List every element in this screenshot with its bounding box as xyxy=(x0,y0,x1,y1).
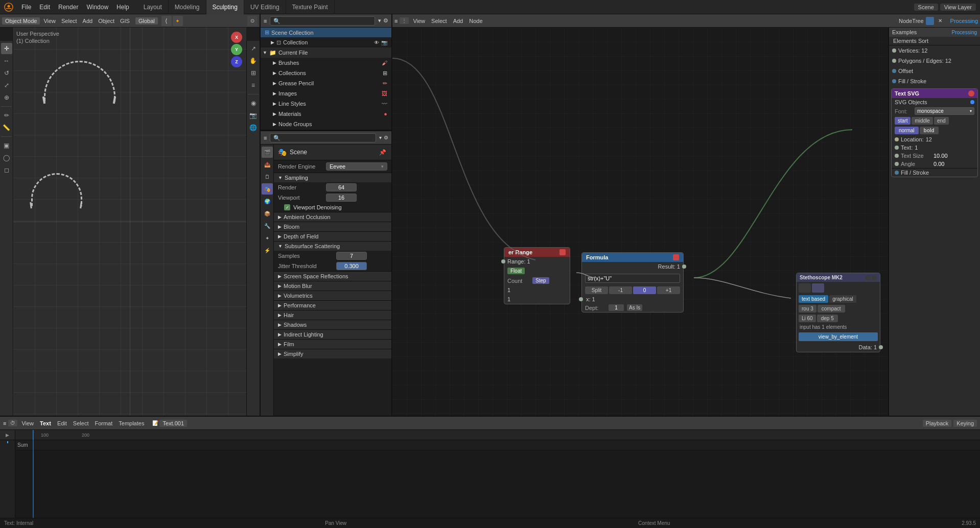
snap-icon[interactable]: ⟨ xyxy=(161,16,172,26)
stet-graphical-tab[interactable]: graphical xyxy=(829,295,856,303)
menu-render[interactable]: Render xyxy=(54,0,82,14)
nodegroups-item[interactable]: ▶ Node Groups xyxy=(261,119,391,129)
scale-icon[interactable]: ⤢ xyxy=(1,80,12,91)
tl-track-area[interactable]: 100 200 Sum xyxy=(15,430,980,518)
viewport-value[interactable]: 16 xyxy=(326,194,357,202)
eye-icon[interactable]: 👁 xyxy=(374,40,379,45)
render-tab[interactable]: 🎬 xyxy=(262,147,273,158)
stet-graph-icon-tab[interactable] xyxy=(812,283,824,293)
film-header[interactable]: ▶ Film xyxy=(274,339,391,349)
tl-menu-btn[interactable]: ≡ xyxy=(3,420,6,426)
playback-btn[interactable]: Playback xyxy=(923,420,952,427)
viewport-canvas[interactable]: User Perspective (1) Collection X Y xyxy=(13,28,246,416)
dof-header[interactable]: ▶ Depth of Field xyxy=(274,231,391,241)
edit-icon[interactable]: ◻ xyxy=(1,164,12,176)
stet-textbased-tab[interactable]: text based xyxy=(799,295,828,303)
materials-item[interactable]: ▶ Materials ● xyxy=(261,109,391,119)
transform-icon[interactable]: ⊕ xyxy=(1,92,12,103)
formula-depth-val[interactable]: 1 xyxy=(609,304,624,311)
output-tab[interactable]: 📤 xyxy=(262,159,273,170)
stet-action-btn[interactable]: view_by_element xyxy=(799,332,878,341)
align-end-btn[interactable]: end xyxy=(934,117,949,125)
settings-icon[interactable]: ⚙ xyxy=(383,17,388,24)
stet-li-btn[interactable]: Li 60 xyxy=(799,315,816,322)
simplify-header[interactable]: ▶ Simplify xyxy=(274,349,391,358)
node-view-btn[interactable]: View xyxy=(411,17,427,25)
samples-value[interactable]: 7 xyxy=(336,252,367,260)
brushes-item[interactable]: ▶ Brushes 🖌 xyxy=(261,58,391,68)
grab-icon[interactable]: ✋ xyxy=(248,55,259,66)
measure-icon[interactable]: 📏 xyxy=(1,122,12,133)
bold-btn[interactable]: bold xyxy=(920,127,939,134)
pin-icon[interactable]: 📌 xyxy=(378,148,387,157)
world-tab[interactable]: 🌍 xyxy=(262,196,273,207)
scene-collection-item[interactable]: ⊞ Scene Collection xyxy=(261,28,391,37)
node-canvas[interactable]: er Range Range: 1 Float Count Step xyxy=(392,28,888,416)
perf-header[interactable]: ▶ Performance xyxy=(274,300,391,310)
add-btn[interactable]: Add xyxy=(81,17,95,25)
props-settings-icon[interactable]: ⚙ xyxy=(384,135,388,140)
tl-view-btn[interactable]: View xyxy=(19,420,36,427)
denoising-checkbox[interactable]: ✓ xyxy=(284,204,290,210)
linestyles-item[interactable]: ▶ Line Styles 〰 xyxy=(261,99,391,109)
render-icon[interactable]: ◉ xyxy=(248,98,259,109)
images-item[interactable]: ▶ Images 🖼 xyxy=(261,88,391,99)
move-icon[interactable]: ↔ xyxy=(1,55,12,66)
overlay-icon[interactable]: ⊙ xyxy=(247,16,258,26)
sidebar-icon[interactable]: ↗ xyxy=(248,43,259,54)
render-value[interactable]: 64 xyxy=(326,183,357,191)
cad-icon[interactable]: ▣ xyxy=(1,140,12,151)
collection-item[interactable]: ▶ ⊡ Collection 👁 📷 xyxy=(261,37,391,47)
text-obj-icon[interactable]: 📝 xyxy=(152,420,158,426)
global-mode-btn[interactable]: Global xyxy=(135,17,158,25)
node-header-icon[interactable]: ✕ xyxy=(936,17,944,24)
stet-rou-btn[interactable]: rou 3 xyxy=(799,305,816,313)
rotate-icon[interactable]: ↺ xyxy=(1,67,12,79)
node-add-btn[interactable]: Add xyxy=(451,17,465,25)
tl-format-btn[interactable]: Format xyxy=(92,420,114,427)
formula-input-field[interactable]: str(x)+"U" xyxy=(585,274,680,283)
render-engine-dropdown[interactable]: Eevee ▾ xyxy=(326,162,387,171)
scene-icon[interactable]: 🌐 xyxy=(248,122,259,133)
pin-btn[interactable] xyxy=(926,17,934,25)
annotate-icon[interactable]: ✏ xyxy=(1,110,12,121)
tl-select-btn[interactable]: Select xyxy=(71,420,91,427)
object-icon[interactable]: ◯ xyxy=(1,152,12,163)
text-obj-selector[interactable]: Text.001 xyxy=(159,420,187,427)
props-search[interactable] xyxy=(270,133,376,142)
tl-templates-btn[interactable]: Templates xyxy=(116,420,146,427)
camera-icon2[interactable]: 📷 xyxy=(381,40,387,45)
tab-modeling[interactable]: Modeling xyxy=(169,0,206,14)
current-file-header[interactable]: ▼ 📁 Current File xyxy=(261,47,391,58)
tab-layout[interactable]: Layout xyxy=(137,0,169,14)
stet-settings-btn[interactable] xyxy=(872,275,877,280)
tab-texturepaint[interactable]: Texture Paint xyxy=(286,0,335,14)
align-middle-btn[interactable]: middle xyxy=(912,117,932,125)
stet-expand-btn[interactable] xyxy=(866,275,871,280)
range-float-btn[interactable]: Float xyxy=(507,268,525,274)
tl-text-btn[interactable]: Text xyxy=(38,420,53,427)
camera-icon[interactable]: 📷 xyxy=(248,110,259,121)
keying-btn[interactable]: Keying xyxy=(953,420,977,427)
formula-0-btn[interactable]: 0 xyxy=(633,286,656,294)
hair-header[interactable]: ▶ Hair xyxy=(274,310,391,320)
range-close-btn[interactable] xyxy=(559,249,566,255)
formula-asis-btn[interactable]: As Is xyxy=(627,304,642,311)
align-start-btn[interactable]: start xyxy=(895,117,911,125)
view-btn[interactable]: View xyxy=(41,17,58,25)
tab-uvediting[interactable]: UV Editing xyxy=(244,0,286,14)
indirect-header[interactable]: ▶ Indirect Lighting xyxy=(274,329,391,339)
props-menu-btn[interactable]: ≡ xyxy=(264,135,267,141)
outliner-menu-btn[interactable]: ≡ xyxy=(264,18,267,24)
formula-m1-btn[interactable]: -1 xyxy=(609,286,632,294)
formula-p1-btn[interactable]: +1 xyxy=(657,286,680,294)
particles-tab[interactable]: ✦ xyxy=(262,232,273,244)
props-filter-icon[interactable]: ▾ xyxy=(379,135,382,140)
stet-text-icon-tab[interactable] xyxy=(799,283,811,293)
blender-logo[interactable] xyxy=(0,0,17,14)
node-menu-btn[interactable]: ≡ xyxy=(394,18,398,24)
timeline-icon[interactable]: ⏱ xyxy=(8,420,17,426)
node-node-btn[interactable]: Node xyxy=(467,17,484,25)
view-layer-tab[interactable]: 🗒 xyxy=(262,171,273,182)
cursor-icon[interactable]: ✛ xyxy=(1,43,12,54)
